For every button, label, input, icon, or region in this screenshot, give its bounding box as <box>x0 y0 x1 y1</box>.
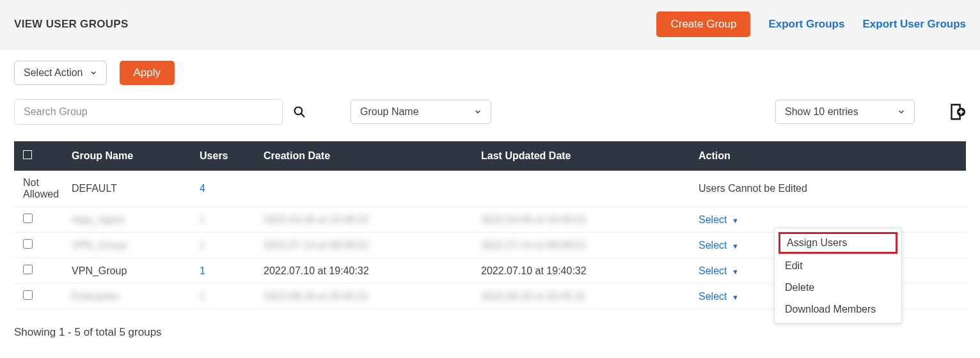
add-column-icon[interactable] <box>947 102 966 121</box>
chevron-down-icon <box>90 69 97 77</box>
page-title: VIEW USER GROUPS <box>14 18 129 31</box>
menu-edit[interactable]: Edit <box>775 255 901 277</box>
row-action-select[interactable]: Select ▼ <box>699 291 739 302</box>
menu-delete[interactable]: Delete <box>775 277 901 299</box>
row-not-allowed: Not Allowed <box>14 171 65 207</box>
export-groups-link[interactable]: Export Groups <box>768 18 844 31</box>
col-creation-date: Creation Date <box>257 141 475 171</box>
show-entries-dropdown[interactable]: Show 10 entries <box>775 100 915 124</box>
row-action-select[interactable]: Select ▼ <box>699 265 739 276</box>
cell-updated-date: 2022.07.10 at 19:40:32 <box>475 258 692 284</box>
cell-updated-date: 2022.04.06 at 18:49:22 <box>475 207 692 233</box>
cell-updated-date: 2022.09.28 at 20:45:31 <box>475 284 692 309</box>
caret-down-icon: ▼ <box>732 268 739 276</box>
select-action-label: Select Action <box>24 67 83 79</box>
cell-group-name: iApp_Agent <box>65 207 193 233</box>
users-count-link[interactable]: 1 <box>200 240 205 251</box>
header-actions: Create Group Export Groups Export User G… <box>656 12 966 37</box>
table-header: Group Name Users Creation Date Last Upda… <box>14 141 966 171</box>
menu-assign-users[interactable]: Assign Users <box>778 232 897 254</box>
caret-down-icon: ▼ <box>732 293 739 301</box>
svg-line-1 <box>301 114 304 117</box>
cell-group-name: DEFAULT <box>65 171 193 207</box>
row-checkbox[interactable] <box>23 239 33 249</box>
search-input[interactable] <box>14 99 283 125</box>
header-bar: VIEW USER GROUPS Create Group Export Gro… <box>0 0 980 49</box>
users-count-link[interactable]: 1 <box>200 265 205 276</box>
cell-creation-date: 2022.09.28 at 20:45:31 <box>257 284 475 309</box>
cell-updated-date: 2022.07.14 at 08:08:52 <box>475 233 692 258</box>
show-entries-label: Show 10 entries <box>785 106 858 118</box>
row-action-select[interactable]: Select ▼ <box>699 214 739 225</box>
cell-creation-date <box>257 171 475 207</box>
caret-down-icon: ▼ <box>732 242 739 250</box>
menu-download-members[interactable]: Download Members <box>775 299 901 320</box>
users-count-link[interactable]: 1 <box>200 291 205 302</box>
chevron-down-icon <box>897 108 905 116</box>
cell-creation-date: 2022.04.06 at 18:49:22 <box>257 207 475 233</box>
filter-row: Group Name Show 10 entries <box>14 99 966 125</box>
bulk-action-row: Select Action Apply <box>14 61 966 85</box>
cell-group-name: Enterprise <box>65 284 193 309</box>
row-action-text: Users Cannot be Edited <box>692 171 966 207</box>
chevron-down-icon <box>474 108 482 116</box>
col-group-name: Group Name <box>65 141 193 171</box>
cell-group-name: VPN_Group <box>65 233 193 258</box>
group-name-filter-label: Group Name <box>360 106 419 118</box>
cell-updated-date <box>475 171 692 207</box>
search-wrap <box>14 99 306 125</box>
content: Select Action Apply Group Name Show 10 e… <box>0 49 980 358</box>
action-dropdown-menu: Assign Users Edit Delete Download Member… <box>774 228 902 323</box>
export-user-groups-link[interactable]: Export User Groups <box>862 18 966 31</box>
apply-button[interactable]: Apply <box>120 61 175 85</box>
create-group-button[interactable]: Create Group <box>656 12 750 37</box>
cell-group-name: VPN_Group <box>65 258 193 284</box>
row-checkbox[interactable] <box>23 290 33 300</box>
col-last-updated: Last Updated Date <box>475 141 692 171</box>
col-action: Action <box>692 141 966 171</box>
users-count-link[interactable]: 4 <box>200 183 205 194</box>
cell-creation-date: 2022.07.14 at 08:08:52 <box>257 233 475 258</box>
group-name-filter-dropdown[interactable]: Group Name <box>351 100 491 124</box>
select-all-checkbox[interactable] <box>23 150 32 159</box>
caret-down-icon: ▼ <box>732 217 739 224</box>
select-action-dropdown[interactable]: Select Action <box>14 61 107 85</box>
row-checkbox[interactable] <box>23 265 33 274</box>
row-checkbox[interactable] <box>23 214 33 223</box>
table-row: Not AllowedDEFAULT4Users Cannot be Edite… <box>14 171 966 207</box>
col-users: Users <box>193 141 257 171</box>
cell-creation-date: 2022.07.10 at 19:40:32 <box>257 258 475 284</box>
search-icon[interactable] <box>293 105 306 118</box>
row-action-select[interactable]: Select ▼ <box>699 240 739 251</box>
users-count-link[interactable]: 1 <box>200 214 205 225</box>
showing-count: Showing 1 - 5 of total 5 groups <box>14 326 966 339</box>
